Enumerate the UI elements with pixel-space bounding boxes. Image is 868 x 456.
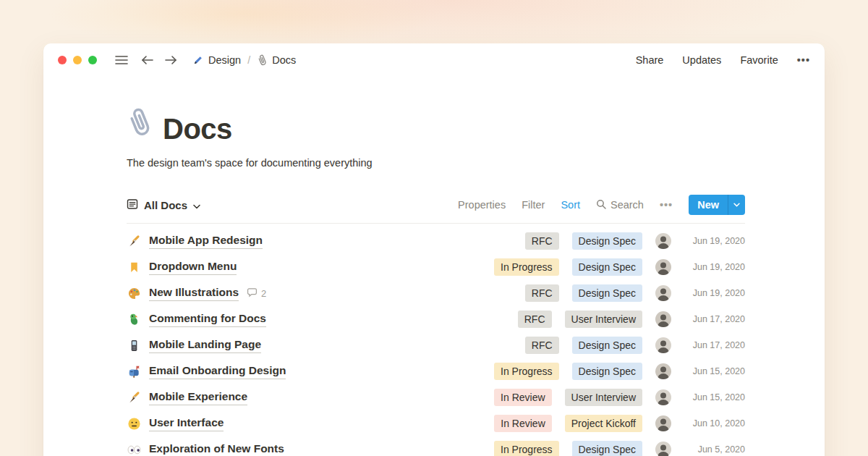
row-cells: In Progress Design Spec Jun 15, 2020 [494,363,745,381]
avatar [655,415,671,431]
pencil-icon [192,54,204,67]
app-window: Design / Docs Share Updates Favorite ••• [43,43,825,456]
menu-icon[interactable] [115,55,128,65]
updates-button[interactable]: Updates [682,54,721,66]
type-badge[interactable]: Design Spec [572,258,642,276]
type-badge[interactable]: Design Spec [572,363,642,381]
view-toolbar: All Docs Properties Filter Sort Search •… [127,195,745,215]
status-badge[interactable]: In Progress [494,441,559,456]
new-dropdown-button[interactable] [728,195,745,215]
titlebar-actions: Share Updates Favorite ••• [636,54,810,66]
filter-button[interactable]: Filter [522,199,545,211]
parrot-icon [127,312,141,326]
mailbox-icon [127,364,141,379]
breadcrumb-label: Design [208,54,241,66]
row-cells: RFC Design Spec Jun 19, 2020 [525,232,745,250]
row-cells: RFC Design Spec Jun 19, 2020 [525,284,745,303]
table-row[interactable]: Dropdown Menu In Progress Design Spec Ju… [127,254,745,280]
doc-title-link[interactable]: Dropdown Menu [149,259,237,274]
avatar [655,311,671,327]
table-row[interactable]: New Illustrations 2 RFC Design Spec Jun … [127,280,745,306]
forward-arrow-icon[interactable] [164,55,177,65]
table-row[interactable]: Mobile App Redesign RFC Design Spec Jun … [127,228,745,254]
doc-title-link[interactable]: Exploration of New Fonts [149,442,284,456]
new-button[interactable]: New [689,195,728,215]
breadcrumb-item-docs[interactable]: Docs [257,54,296,67]
page-header: Docs The design team's space for documen… [127,77,745,169]
avatar [655,259,671,275]
breadcrumb: Design / Docs [192,54,296,67]
mobile-phone-icon [127,338,141,352]
date-cell: Jun 17, 2020 [681,340,745,350]
status-badge[interactable]: In Review [494,415,551,433]
sort-button[interactable]: Sort [561,199,580,211]
eyes-icon [127,442,141,456]
date-cell: Jun 19, 2020 [681,288,745,298]
table-row[interactable]: Mobile Experience In Review User Intervi… [127,384,745,410]
page-content: Docs The design team's space for documen… [43,77,825,456]
type-badge[interactable]: Design Spec [572,441,642,456]
status-badge[interactable]: In Progress [494,258,559,276]
properties-button[interactable]: Properties [458,199,506,211]
table-row[interactable]: Exploration of New Fonts In Progress Des… [127,436,745,456]
type-badge[interactable]: Project Kickoff [565,415,642,433]
share-button[interactable]: Share [636,54,664,66]
more-options-icon[interactable]: ••• [797,54,810,66]
traffic-lights [58,56,103,64]
status-badge[interactable]: RFC [525,232,559,250]
paintbrush-icon [127,234,141,248]
view-selector-label: All Docs [144,199,187,211]
close-button[interactable] [58,56,67,64]
doc-title-link[interactable]: User Interface [149,415,224,431]
table-row[interactable]: Commenting for Docs RFC User Interview J… [127,306,745,332]
type-badge[interactable]: Design Spec [572,284,642,303]
row-cells: In Progress Design Spec Jun 5, 2020 [494,441,745,456]
more-options-icon[interactable]: ••• [660,199,673,211]
comment-count[interactable]: 2 [247,287,266,300]
paintbrush-icon [127,390,141,405]
status-badge[interactable]: RFC [525,284,559,303]
doc-title-link[interactable]: Commenting for Docs [149,311,266,326]
search-label: Search [610,199,644,211]
window-titlebar: Design / Docs Share Updates Favorite ••• [43,43,825,77]
zoom-button[interactable] [88,56,97,64]
back-arrow-icon[interactable] [141,55,154,65]
paperclip-icon [257,54,268,67]
chevron-down-icon [193,199,200,211]
search-button[interactable]: Search [596,199,644,211]
avatar [655,442,671,456]
doc-title-link[interactable]: Mobile Landing Page [149,337,261,352]
new-button-group: New [689,195,745,215]
date-cell: Jun 5, 2020 [681,444,745,455]
comment-bubble-icon [247,287,258,300]
favorite-button[interactable]: Favorite [740,54,778,66]
toolbar-actions: Properties Filter Sort Search ••• New [458,195,745,215]
type-badge[interactable]: Design Spec [572,337,642,355]
database-icon [127,198,138,212]
avatar [655,363,671,379]
status-badge[interactable]: RFC [518,311,552,329]
status-badge[interactable]: In Progress [494,363,559,381]
page-title-text: Docs [163,113,232,145]
doc-title-link[interactable]: New Illustrations [149,285,239,300]
comment-count-value: 2 [261,288,266,299]
type-badge[interactable]: User Interview [565,311,642,329]
row-cells: RFC Design Spec Jun 17, 2020 [525,337,745,355]
breadcrumb-item-design[interactable]: Design [192,54,241,67]
doc-title-link[interactable]: Mobile Experience [149,389,247,405]
date-cell: Jun 19, 2020 [681,236,745,246]
table-row[interactable]: User Interface In Review Project Kickoff… [127,410,745,436]
status-badge[interactable]: RFC [525,337,559,355]
doc-title-link[interactable]: Email Onboarding Design [149,363,286,379]
type-badge[interactable]: User Interview [565,389,642,407]
doc-title-link[interactable]: Mobile App Redesign [149,233,263,248]
minimize-button[interactable] [73,56,82,64]
view-selector[interactable]: All Docs [127,198,200,212]
breadcrumb-separator: / [247,54,250,66]
bookmark-icon [127,260,141,274]
table-row[interactable]: Email Onboarding Design In Progress Desi… [127,358,745,384]
table-row[interactable]: Mobile Landing Page RFC Design Spec Jun … [127,332,745,358]
type-badge[interactable]: Design Spec [572,232,642,250]
avatar [655,337,671,353]
status-badge[interactable]: In Review [494,389,551,407]
